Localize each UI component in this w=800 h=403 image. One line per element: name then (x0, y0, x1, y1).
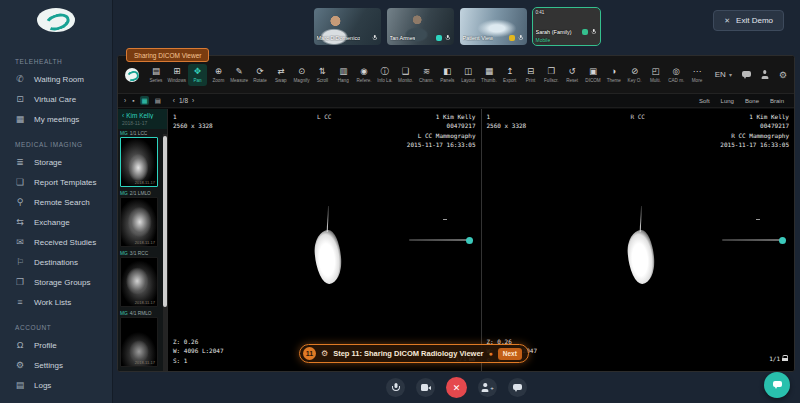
grid-view-icon[interactable]: ▦ (140, 96, 148, 105)
participant-name: Tan Armes (390, 35, 416, 41)
toolbar-tool[interactable]: ▥ Hang (333, 64, 353, 86)
toolbar-tool[interactable]: ◎ CAD m. (666, 64, 686, 86)
toolbar-tool[interactable]: ❑ Monito. (396, 64, 416, 86)
participant-tile[interactable]: Tan Armes (387, 8, 454, 45)
slider-knob[interactable] (779, 237, 786, 244)
scrollbar-thumb[interactable] (163, 136, 167, 307)
sidebar-item-label: Storage Groups (34, 278, 90, 287)
sidebar-item[interactable]: ⚲ Remote Search (0, 192, 112, 212)
toolbar-tool[interactable]: ▣ DICOM (583, 64, 603, 86)
sidebar-section-medical-imaging: MEDICAL IMAGING ≣ Storage ❏ Report Templ… (0, 135, 112, 312)
toolbar-tool[interactable]: ⇄ Swap (271, 64, 291, 86)
slider-knob[interactable] (466, 237, 473, 244)
window-preset[interactable]: Bone (745, 98, 759, 104)
participant-tile[interactable]: Patient View (460, 8, 527, 45)
series-thumbnail[interactable]: MG 4/1 RMLO 2018-11-17 (120, 311, 160, 367)
next-page-icon[interactable]: › (192, 97, 194, 104)
next-step-button[interactable]: Next (498, 348, 522, 360)
image-index: 1 (173, 112, 213, 121)
toolbar-tool[interactable]: ⓘ Info La. (375, 64, 395, 86)
mute-mic-button[interactable] (386, 378, 405, 397)
sidebar-item[interactable]: ≡ Work Lists (0, 292, 112, 312)
toolbar-tool[interactable]: ✥ Pan (188, 64, 208, 86)
overlay-window: W: 4096 L:2047 (173, 346, 224, 355)
sidebar-item[interactable]: ❏ Report Templates (0, 172, 112, 192)
participant-tile[interactable]: Marc DiDomenico (314, 8, 381, 45)
window-preset[interactable]: Soft (699, 98, 710, 104)
toolbar-tool[interactable]: ⊟ Print (521, 64, 541, 86)
toolbar-tool[interactable]: ❐ Fullscr. (541, 64, 561, 86)
stop-view-icon[interactable]: ▪ (132, 96, 134, 105)
tool-label: Hang (338, 78, 349, 83)
section-title: MEDICAL IMAGING (0, 135, 112, 152)
sidebar-item-label: Virtual Care (34, 95, 76, 104)
settings-gear-icon[interactable]: ⚙ (779, 70, 787, 80)
support-icon[interactable] (742, 71, 751, 79)
toolbar-tool[interactable]: ✎ Measure (229, 64, 249, 86)
sidebar-item[interactable]: Ω Profile (0, 335, 112, 355)
toolbar-tool[interactable]: ◑ Theme (604, 64, 624, 86)
toolbar-tool[interactable]: ◫ Layout (458, 64, 478, 86)
list-view-icon[interactable]: ▤ (155, 96, 161, 105)
exit-demo-button[interactable]: ✕ Exit Demo (713, 10, 784, 31)
add-participant-button[interactable]: + (478, 378, 497, 397)
toolbar-tool[interactable]: ◰ Multi. (646, 64, 666, 86)
toolbar-tool[interactable]: ▦ Thumb. (479, 64, 499, 86)
hangup-button[interactable]: ✕ (446, 377, 467, 398)
sidebar-item[interactable]: ▤ Logs (0, 375, 112, 395)
tool-label: Print (526, 78, 535, 83)
sidebar-item[interactable]: ⚐ Destinations (0, 252, 112, 272)
sidebar-item[interactable]: ⚙ Settings (0, 355, 112, 375)
sidebar-item[interactable]: ⇆ Exchange (0, 212, 112, 232)
sidebar-item[interactable]: ✆ Waiting Room (0, 69, 112, 89)
thumbnail-image: 2018-11-17 (120, 257, 158, 307)
toolbar-tool[interactable]: ⊘ Key O. (625, 64, 645, 86)
sidebar: TELEHEALTH ✆ Waiting Room ⊡ Virtual Care… (0, 0, 113, 403)
toolbar-tool[interactable]: ⋯ More (687, 64, 707, 86)
image-resolution: 2560 x 3328 (173, 121, 213, 130)
toolbar-tool[interactable]: ⟳ Rotate (250, 64, 270, 86)
window-presets: SoftLungBoneBrain (699, 98, 784, 104)
tool-label: Chann. (419, 78, 434, 83)
sidebar-item[interactable]: ❐ Storage Groups (0, 272, 112, 292)
toolbar-tool[interactable]: ⊞ Windows (167, 64, 187, 86)
sidebar-item[interactable]: ✉ Received Studies (0, 232, 112, 252)
toolbar-tool[interactable]: ≋ Chann. (417, 64, 437, 86)
key-object-icon: ⊘ (631, 67, 638, 76)
series-thumbnail[interactable]: MG 2/1 LMLO 2018-11-17 (120, 191, 160, 247)
profile-icon: Ω (15, 340, 25, 350)
toolbar-tool[interactable]: ▤ Series (146, 64, 166, 86)
section-items: Ω Profile ⚙ Settings ▤ Logs (0, 335, 112, 395)
sidebar-item[interactable]: ≣ Storage (0, 152, 112, 172)
scroll-slider[interactable] (722, 239, 784, 241)
window-preset[interactable]: Brain (770, 98, 784, 104)
scroll-slider[interactable] (409, 239, 471, 241)
toolbar-tool[interactable]: ↺ Reset (562, 64, 582, 86)
viewport-left[interactable]: 1 2560 x 3328 L CC 1 Kim Kelly 00479217 … (168, 109, 481, 371)
mammogram-image (313, 229, 343, 285)
search-icon: ⚲ (15, 197, 25, 207)
support-chat-fab[interactable] (764, 372, 790, 398)
profile-icon[interactable] (761, 70, 769, 79)
collapse-browser-icon[interactable]: › (124, 96, 126, 105)
chat-button[interactable] (508, 378, 527, 397)
series-thumbnail[interactable]: MG 1/1 LCC 2018-11-17 (120, 131, 160, 187)
patient-header[interactable]: ‹ Kim Kelly 2018-11-17 (118, 109, 167, 129)
chevron-down-icon: ▾ (729, 71, 732, 78)
window-preset[interactable]: Lung (721, 98, 734, 104)
toolbar-tool[interactable]: ⊙ Magnify (292, 64, 312, 86)
camera-button[interactable] (416, 378, 435, 397)
viewport-right[interactable]: 1 2560 x 3328 R CC 1 Kim Kelly 00479217 … (481, 109, 795, 371)
prev-page-icon[interactable]: ‹ (173, 97, 175, 104)
language-selector[interactable]: EN ▾ (715, 70, 732, 79)
toolbar-tool[interactable]: ↥ Export (500, 64, 520, 86)
participant-tile[interactable]: 0:41 Sarah (Family) Mobile (533, 8, 600, 45)
sidebar-item[interactable]: ⊡ Virtual Care (0, 89, 112, 109)
modality-label: MG (120, 131, 128, 136)
toolbar-tool[interactable]: ⊕ Zoom (208, 64, 228, 86)
toolbar-tool[interactable]: ⇅ Scroll (313, 64, 333, 86)
sidebar-item[interactable]: ▦ My meetings (0, 109, 112, 129)
toolbar-tool[interactable]: ◉ Refere. (354, 64, 374, 86)
series-thumbnail[interactable]: MG 3/1 RCC 2018-11-17 (120, 251, 160, 307)
toolbar-tool[interactable]: ◧ Panels (437, 64, 457, 86)
